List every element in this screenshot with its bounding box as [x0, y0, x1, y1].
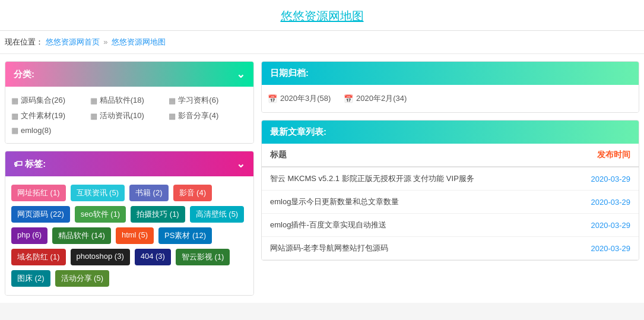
list-item[interactable]: 网址拓红 (1) [11, 185, 66, 201]
list-item[interactable]: 404 (3) [135, 249, 171, 265]
tags-header[interactable]: 🏷 标签: ⌄ [5, 151, 253, 176]
list-item[interactable]: 拍摄技巧 (1) [131, 206, 185, 223]
site-header: 悠悠资源网地图 [0, 0, 644, 31]
article-body: 标题 发布时间 智云 MKCMS v5.2.1 影院正版无授权开源 支付功能 V… [262, 144, 639, 260]
articles-title: 最新文章列表: [270, 126, 326, 138]
list-item[interactable]: 高清壁纸 (5) [190, 206, 245, 223]
grid-icon: ▦ [90, 112, 97, 121]
article-date: 2020-03-29 [562, 214, 639, 237]
table-row[interactable]: 智云 MKCMS v5.2.1 影院正版无授权开源 支付功能 VIP服务 202… [262, 167, 639, 191]
list-item[interactable]: seo软件 (1) [75, 206, 126, 223]
category-item-label: 影音分享(4) [178, 110, 218, 121]
tags-title: 🏷 标签: [14, 159, 46, 170]
breadcrumb-bar: 现在位置： 悠悠资源网首页 » 悠悠资源网地图 [0, 31, 644, 54]
main-content: 分类: ⌄ ▦ 源码集合(26) ▦ 精品软件(18) ▦ 学习资料(6) [0, 54, 644, 303]
date-body: 📅2020年3月(58)📅2020年2月(34) [262, 85, 639, 112]
calendar-icon: 📅 [268, 94, 277, 103]
breadcrumb-separator: » [103, 37, 107, 46]
list-item[interactable]: 📅2020年3月(58) [268, 93, 339, 104]
left-column: 分类: ⌄ ▦ 源码集合(26) ▦ 精品软件(18) ▦ 学习资料(6) [5, 61, 254, 296]
list-item[interactable]: ▦ emlog(8) [11, 126, 90, 135]
article-date: 2020-03-29 [562, 167, 639, 191]
calendar-icon: 📅 [344, 94, 353, 103]
th-title: 标题 [262, 144, 562, 167]
grid-icon: ▦ [11, 96, 18, 105]
list-item[interactable]: php (6) [11, 227, 47, 244]
article-title[interactable]: 网站源码-老李导航网整站打包源码 [262, 237, 562, 260]
table-header-row: 标题 发布时间 [262, 144, 639, 167]
list-item[interactable]: html (5) [116, 227, 154, 244]
category-section: 分类: ⌄ ▦ 源码集合(26) ▦ 精品软件(18) ▦ 学习资料(6) [5, 61, 254, 144]
article-date: 2020-03-29 [562, 191, 639, 214]
date-item-label: 2020年2月(34) [356, 93, 407, 104]
list-item[interactable]: ▦ 文件素材(19) [11, 110, 90, 121]
breadcrumb-label: 现在位置： [5, 37, 43, 46]
category-header[interactable]: 分类: ⌄ [5, 62, 253, 87]
list-item[interactable]: ▦ 源码集合(26) [11, 95, 90, 106]
grid-icon: ▦ [169, 96, 176, 105]
list-item[interactable]: 活动分享 (5) [55, 270, 110, 287]
site-title[interactable]: 悠悠资源网地图 [281, 9, 364, 23]
tags-chevron-icon[interactable]: ⌄ [236, 157, 245, 170]
list-item[interactable]: 智云影视 (1) [176, 249, 230, 265]
article-table: 标题 发布时间 智云 MKCMS v5.2.1 影院正版无授权开源 支付功能 V… [262, 144, 639, 260]
right-column: 日期归档: 📅2020年3月(58)📅2020年2月(34) 最新文章列表: 标… [261, 61, 639, 261]
date-header: 日期归档: [262, 62, 639, 85]
tags-section: 🏷 标签: ⌄ 网址拓红 (1)互联资讯 (5)书籍 (2)影音 (4)网页源码… [5, 151, 254, 296]
category-chevron-icon[interactable]: ⌄ [236, 68, 245, 81]
breadcrumb-home-link[interactable]: 悠悠资源网首页 [46, 37, 100, 46]
tags-body: 网址拓红 (1)互联资讯 (5)书籍 (2)影音 (4)网页源码 (22)seo… [5, 176, 253, 295]
category-item-label: emlog(8) [21, 126, 51, 135]
list-item[interactable]: ▦ 活动资讯(10) [90, 110, 169, 121]
table-row[interactable]: emlog显示今日更新数量和总文章数量 2020-03-29 [262, 191, 639, 214]
category-item-label: 源码集合(26) [21, 95, 65, 106]
list-item[interactable]: ▦ 影音分享(4) [169, 110, 248, 121]
article-title[interactable]: 智云 MKCMS v5.2.1 影院正版无授权开源 支付功能 VIP服务 [262, 167, 562, 191]
category-item-label: 文件素材(19) [21, 110, 65, 121]
list-item[interactable]: 域名防红 (1) [11, 249, 66, 265]
list-item[interactable]: ▦ 学习资料(6) [169, 95, 248, 106]
category-title: 分类: [14, 69, 34, 80]
grid-icon: ▦ [90, 96, 97, 105]
list-item[interactable]: 图床 (2) [11, 270, 50, 287]
list-item[interactable]: ▦ 精品软件(18) [90, 95, 169, 106]
article-date: 2020-03-29 [562, 237, 639, 260]
list-item[interactable]: 书籍 (2) [129, 185, 169, 201]
grid-icon: ▦ [169, 112, 176, 121]
article-title[interactable]: emlog显示今日更新数量和总文章数量 [262, 191, 562, 214]
articles-header: 最新文章列表: [262, 121, 639, 144]
category-item-label: 精品软件(18) [100, 95, 144, 106]
page-wrapper: 悠悠资源网地图 现在位置： 悠悠资源网首页 » 悠悠资源网地图 分类: ⌄ ▦ … [0, 0, 644, 303]
th-date: 发布时间 [562, 144, 639, 167]
articles-section: 最新文章列表: 标题 发布时间 智云 MKCMS v5.2.1 影院正版无授权开… [261, 120, 639, 261]
list-item[interactable]: photoshop (3) [71, 249, 130, 265]
grid-icon: ▦ [11, 112, 18, 121]
list-item[interactable]: 网页源码 (22) [11, 206, 70, 223]
breadcrumb-current: 悠悠资源网地图 [112, 37, 166, 46]
article-title[interactable]: emlog插件-百度文章实现自动推送 [262, 214, 562, 237]
list-item[interactable]: PS素材 (12) [158, 227, 212, 244]
table-row[interactable]: emlog插件-百度文章实现自动推送 2020-03-29 [262, 214, 639, 237]
list-item[interactable]: 📅2020年2月(34) [344, 93, 415, 104]
category-body: ▦ 源码集合(26) ▦ 精品软件(18) ▦ 学习资料(6) ▦ 文件素材(1… [5, 87, 253, 143]
list-item[interactable]: 互联资讯 (5) [71, 185, 125, 201]
date-section: 日期归档: 📅2020年3月(58)📅2020年2月(34) [261, 61, 639, 113]
category-item-label: 活动资讯(10) [100, 110, 144, 121]
category-item-label: 学习资料(6) [178, 95, 218, 106]
date-title: 日期归档: [270, 68, 309, 79]
list-item[interactable]: 精品软件 (14) [52, 227, 111, 244]
grid-icon: ▦ [11, 126, 18, 135]
table-row[interactable]: 网站源码-老李导航网整站打包源码 2020-03-29 [262, 237, 639, 260]
date-item-label: 2020年3月(58) [280, 93, 331, 104]
tag-icon: 🏷 [14, 159, 25, 169]
list-item[interactable]: 影音 (4) [173, 185, 212, 201]
